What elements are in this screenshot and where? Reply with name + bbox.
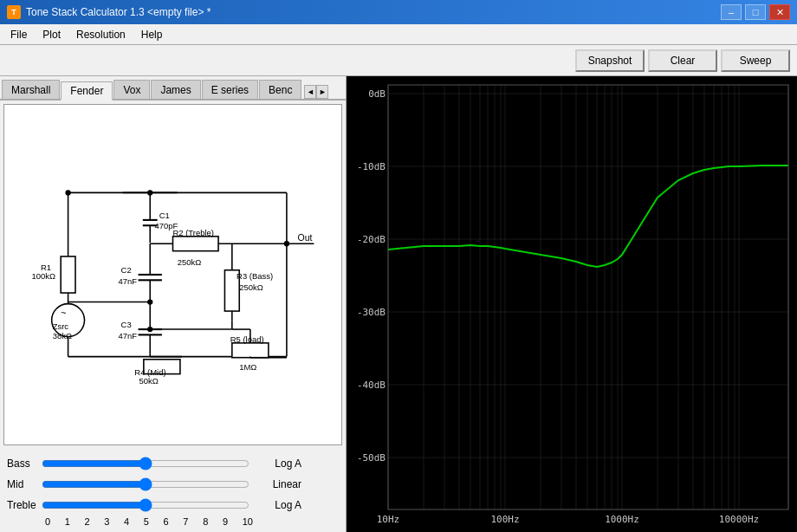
tab-scroll-controls: ◄ ► <box>304 85 328 99</box>
svg-point-61 <box>147 190 152 195</box>
scale-4: 4 <box>124 516 129 527</box>
mid-slider-row: Mid Linear <box>7 475 339 494</box>
svg-text:~: ~ <box>61 308 66 318</box>
tabs-bar: Marshall Fender Vox James E series Benc … <box>0 76 346 101</box>
y-label-10db: -10dB <box>357 161 386 172</box>
menu-plot[interactable]: Plot <box>36 27 68 42</box>
svg-rect-50 <box>232 343 269 358</box>
toolbar: Snapshot Clear Sweep <box>0 45 797 76</box>
scale-6: 6 <box>164 516 169 527</box>
right-panel: 0dB -10dB -20dB -30dB -40dB -50dB 10Hz 1… <box>347 76 797 532</box>
svg-text:Zsrc: Zsrc <box>53 321 69 331</box>
scale-2: 2 <box>85 516 90 527</box>
left-panel: Marshall Fender Vox James E series Benc … <box>0 76 347 532</box>
svg-text:47nF: 47nF <box>118 331 137 341</box>
svg-rect-62 <box>347 76 797 532</box>
circuit-svg: ~ Zsrc 38kΩ R1 100kΩ C1 470pF R2 <box>4 105 341 444</box>
svg-text:R2 (Treble): R2 (Treble) <box>173 228 214 237</box>
mid-slider[interactable] <box>42 477 249 491</box>
svg-text:100kΩ: 100kΩ <box>32 271 56 281</box>
svg-text:R3 (Bass): R3 (Bass) <box>237 271 273 281</box>
bass-type: Log A <box>249 457 301 470</box>
menu-file[interactable]: File <box>3 27 34 42</box>
bass-slider[interactable] <box>42 457 249 470</box>
y-label-0db: 0dB <box>368 88 386 100</box>
svg-text:R4 (Mid): R4 (Mid) <box>134 367 165 377</box>
controls-area: Bass Log A Mid Linear Treble Log A 0 1 2… <box>0 449 346 532</box>
treble-type: Log A <box>249 499 301 511</box>
y-label-50db: -50dB <box>357 452 386 464</box>
svg-rect-9 <box>61 256 75 293</box>
tab-scroll-right[interactable]: ► <box>316 85 328 99</box>
title-bar-controls: – □ ✕ <box>721 4 790 20</box>
svg-point-45 <box>147 327 152 332</box>
treble-slider-row: Treble Log A <box>7 496 339 515</box>
scale-9: 9 <box>223 516 228 527</box>
scale-8: 8 <box>203 516 208 527</box>
svg-text:C2: C2 <box>121 265 132 275</box>
x-label-100hz: 100Hz <box>490 514 519 525</box>
bass-label: Bass <box>7 457 42 470</box>
svg-text:Out: Out <box>298 232 313 243</box>
tab-marshall[interactable]: Marshall <box>2 80 60 99</box>
scale-5: 5 <box>144 516 149 527</box>
app-icon: T <box>7 5 21 19</box>
main-content: Marshall Fender Vox James E series Benc … <box>0 76 797 532</box>
tab-benc[interactable]: Benc <box>259 80 301 99</box>
tab-eseries[interactable]: E series <box>202 80 258 99</box>
scale-3: 3 <box>104 516 109 527</box>
treble-slider[interactable] <box>42 498 249 512</box>
svg-text:R1: R1 <box>41 263 51 272</box>
treble-label: Treble <box>7 499 42 511</box>
title-bar-left: T Tone Stack Calculator 1.3 <empty file>… <box>7 5 211 19</box>
svg-text:C1: C1 <box>159 211 170 220</box>
tab-vox[interactable]: Vox <box>113 80 150 99</box>
menu-help[interactable]: Help <box>134 27 170 42</box>
svg-rect-19 <box>173 237 219 251</box>
title-bar: T Tone Stack Calculator 1.3 <empty file>… <box>0 0 797 24</box>
tab-james[interactable]: James <box>151 80 200 99</box>
minimize-button[interactable]: – <box>721 4 742 20</box>
svg-text:38kΩ: 38kΩ <box>53 331 72 341</box>
mid-label: Mid <box>7 478 42 490</box>
svg-text:1MΩ: 1MΩ <box>239 362 256 372</box>
circuit-area: ~ Zsrc 38kΩ R1 100kΩ C1 470pF R2 <box>3 104 342 445</box>
svg-point-59 <box>65 190 70 195</box>
svg-text:R5 (load): R5 (load) <box>230 334 264 344</box>
x-label-10000hz: 10000Hz <box>719 514 759 525</box>
graph-svg: 0dB -10dB -20dB -30dB -40dB -50dB 10Hz 1… <box>347 76 797 532</box>
x-label-1000hz: 1000Hz <box>605 514 639 525</box>
app-title: Tone Stack Calculator 1.3 <empty file> * <box>26 6 211 18</box>
bass-slider-row: Bass Log A <box>7 454 339 473</box>
svg-text:50kΩ: 50kΩ <box>139 376 159 386</box>
x-label-10hz: 10Hz <box>377 514 400 525</box>
clear-button[interactable]: Clear <box>648 49 717 72</box>
menu-resolution[interactable]: Resolution <box>69 27 133 42</box>
svg-text:C3: C3 <box>121 320 132 329</box>
scale-numbers: 0 1 2 3 4 5 6 7 8 9 10 <box>45 516 253 527</box>
close-button[interactable]: ✕ <box>769 4 790 20</box>
svg-text:250kΩ: 250kΩ <box>178 257 202 267</box>
maximize-button[interactable]: □ <box>745 4 766 20</box>
snapshot-button[interactable]: Snapshot <box>575 49 645 72</box>
svg-text:250kΩ: 250kΩ <box>239 282 263 292</box>
scale-10: 10 <box>243 516 253 527</box>
scale-1: 1 <box>65 516 70 527</box>
mid-type: Linear <box>249 478 301 490</box>
tab-fender[interactable]: Fender <box>61 81 113 101</box>
y-label-30db: -30dB <box>357 307 386 318</box>
scale-row: 0 1 2 3 4 5 6 7 8 9 10 <box>7 516 339 527</box>
y-label-20db: -20dB <box>357 234 386 245</box>
menu-bar: File Plot Resolution Help <box>0 24 797 45</box>
y-label-40db: -40dB <box>357 380 386 391</box>
svg-text:47nF: 47nF <box>118 276 137 286</box>
sweep-button[interactable]: Sweep <box>721 49 790 72</box>
svg-point-60 <box>284 241 289 246</box>
tab-scroll-left[interactable]: ◄ <box>304 85 316 99</box>
scale-0: 0 <box>45 516 50 527</box>
scale-7: 7 <box>183 516 188 527</box>
